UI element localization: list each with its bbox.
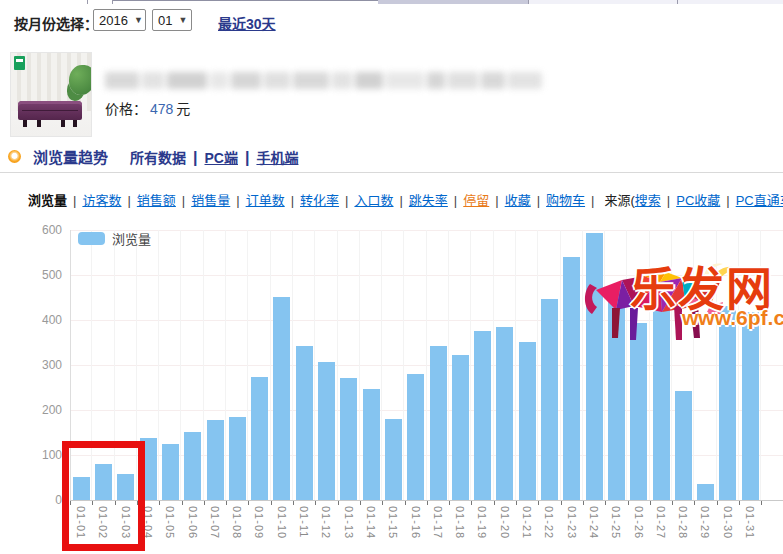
y-axis-label: 400 xyxy=(26,313,62,327)
chevron-down-icon: ▼ xyxy=(134,15,143,25)
month-select[interactable]: 01 ▼ xyxy=(152,9,192,31)
bar-01-13[interactable] xyxy=(340,378,357,500)
section-divider xyxy=(0,172,783,173)
tab-strip-segment xyxy=(378,0,529,4)
bar-01-24[interactable] xyxy=(586,233,603,500)
x-axis-tick xyxy=(494,501,495,505)
x-axis-tick xyxy=(248,501,249,505)
separator: | xyxy=(345,193,348,208)
bar-01-06[interactable] xyxy=(184,432,201,500)
separator: | xyxy=(591,193,594,208)
separator: | xyxy=(127,193,130,208)
x-axis-label: 01-13 xyxy=(343,506,355,554)
metric-tab-6[interactable]: 转化率 xyxy=(300,193,339,208)
bar-01-18[interactable] xyxy=(452,355,469,500)
product-title-blurred xyxy=(105,72,545,89)
x-axis-tick xyxy=(471,501,472,505)
x-axis-label: 01-28 xyxy=(677,506,689,554)
watermark-site-url: www.6pf.cn xyxy=(682,306,783,330)
bar-01-08[interactable] xyxy=(229,417,246,500)
x-axis-label: 01-30 xyxy=(722,506,734,554)
metric-tab-2[interactable]: 访客数 xyxy=(82,193,121,208)
x-axis-label: 01-31 xyxy=(744,506,756,554)
metric-tab-3[interactable]: 销售额 xyxy=(137,193,176,208)
source-link-1[interactable]: 搜索 xyxy=(635,193,661,208)
bar-01-21[interactable] xyxy=(519,342,536,500)
metric-tab-11[interactable]: 购物车 xyxy=(546,193,585,208)
bar-01-16[interactable] xyxy=(407,374,424,500)
bar-01-23[interactable] xyxy=(563,257,580,500)
x-axis-tick xyxy=(271,501,272,505)
x-axis-label: 01-24 xyxy=(588,506,600,554)
bar-01-30[interactable] xyxy=(719,306,736,500)
bench-leg xyxy=(37,120,41,127)
bar-01-14[interactable] xyxy=(363,389,380,500)
x-axis-label: 01-09 xyxy=(253,506,265,554)
bar-01-31[interactable] xyxy=(742,312,759,500)
x-axis-label: 01-19 xyxy=(476,506,488,554)
x-axis-label: 01-05 xyxy=(164,506,176,554)
x-axis-tick xyxy=(427,501,428,505)
separator: | xyxy=(667,193,670,208)
metric-tab-7[interactable]: 入口数 xyxy=(354,193,393,208)
bar-01-26[interactable] xyxy=(630,323,647,500)
separator: | xyxy=(73,193,76,208)
bar-01-07[interactable] xyxy=(207,420,224,500)
year-select[interactable]: 2016 ▼ xyxy=(93,9,146,31)
x-axis-label: 01-07 xyxy=(209,506,221,554)
source-link-3[interactable]: PC直通车 xyxy=(736,193,783,208)
chart-legend[interactable]: 浏览量 xyxy=(78,229,151,248)
bar-01-12[interactable] xyxy=(318,362,335,500)
scope-mobile[interactable]: 手机端 xyxy=(256,150,298,166)
x-axis-label: 01-18 xyxy=(454,506,466,554)
x-axis-tick xyxy=(159,501,160,505)
bar-01-20[interactable] xyxy=(496,327,513,500)
x-axis-tick xyxy=(628,501,629,505)
metric-tab-8[interactable]: 跳失率 xyxy=(409,193,448,208)
bar-01-09[interactable] xyxy=(251,377,268,500)
x-axis-label: 01-20 xyxy=(499,506,511,554)
y-axis-label: 600 xyxy=(26,223,62,237)
bar-01-10[interactable] xyxy=(273,297,290,500)
source-link-2[interactable]: PC收藏 xyxy=(676,193,720,208)
metric-tab-4[interactable]: 销售量 xyxy=(191,193,230,208)
bench-leg xyxy=(73,120,77,127)
metric-tab-10[interactable]: 收藏 xyxy=(505,193,531,208)
bar-01-22[interactable] xyxy=(541,299,558,500)
metric-tabs: 浏览量|访客数|销售额|销售量|订单数|转化率|入口数|跳失率|停留|收藏|购物… xyxy=(28,190,783,209)
bench-leg xyxy=(61,120,65,127)
scope-pc[interactable]: PC端 xyxy=(205,150,238,166)
x-axis-tick xyxy=(672,501,673,505)
x-axis-label: 01-16 xyxy=(410,506,422,554)
bar-01-11[interactable] xyxy=(296,346,313,500)
photo-plant xyxy=(69,65,92,95)
y-axis-label: 500 xyxy=(26,268,62,282)
bar-01-05[interactable] xyxy=(162,444,179,500)
metric-tab-1[interactable]: 浏览量 xyxy=(28,193,67,208)
x-axis-label: 01-25 xyxy=(610,506,622,554)
x-axis-tick xyxy=(605,501,606,505)
separator: | xyxy=(245,149,249,166)
bar-01-19[interactable] xyxy=(474,331,491,500)
x-axis-label: 01-14 xyxy=(365,506,377,554)
scope-all-data[interactable]: 所有数据 xyxy=(130,150,186,166)
x-axis-tick xyxy=(293,501,294,505)
product-image[interactable] xyxy=(10,52,92,137)
price-unit: 元 xyxy=(176,101,190,117)
bar-01-28[interactable] xyxy=(675,391,692,500)
highlight-red-box xyxy=(62,441,145,551)
bar-01-29[interactable] xyxy=(697,484,714,500)
data-scope-switcher: 所有数据|PC端|手机端 xyxy=(130,147,298,167)
tab-strip-segment xyxy=(529,0,678,4)
bar-01-15[interactable] xyxy=(385,419,402,500)
tab-strip-segment xyxy=(88,0,113,4)
metric-tab-5[interactable]: 订单数 xyxy=(246,193,285,208)
separator: | xyxy=(495,193,498,208)
bar-01-27[interactable] xyxy=(653,296,670,500)
recent-30-days-link[interactable]: 最近30天 xyxy=(218,13,276,33)
bar-01-17[interactable] xyxy=(430,346,447,500)
x-axis-tick xyxy=(694,501,695,505)
bar-01-25[interactable] xyxy=(608,291,625,500)
price-row: 价格：478元 xyxy=(105,98,190,118)
metric-tab-9[interactable]: 停留 xyxy=(463,193,489,208)
